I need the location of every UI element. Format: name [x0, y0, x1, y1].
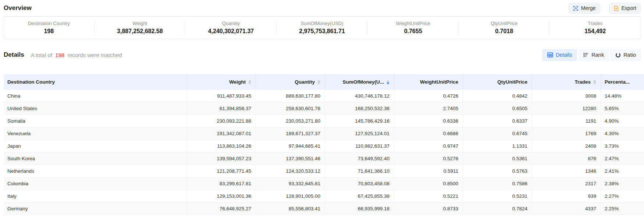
- tab-rank[interactable]: Rank: [578, 49, 609, 61]
- cell-qty-unit-price: 0.7586: [463, 178, 532, 190]
- table-row[interactable]: Somalia 230,093,221.88 230,053,271.80 14…: [4, 115, 644, 127]
- stat-value: 154,492: [584, 28, 606, 35]
- column-header-quantity[interactable]: Quantity: [256, 74, 325, 90]
- cell-percentage: 2.41%: [601, 165, 644, 177]
- stat-trades: Trades 154,492: [549, 17, 641, 39]
- column-label: Percenta...: [605, 79, 630, 85]
- tab-details[interactable]: Details: [542, 49, 577, 61]
- cell-sum-of-money: 70,803,458.08: [325, 178, 394, 190]
- cell-sum-of-money: 71,641,366.10: [325, 165, 394, 177]
- export-button[interactable]: Export: [609, 3, 641, 14]
- column-header-trades[interactable]: Trades: [532, 74, 601, 90]
- topbar: Overview Merge Export: [0, 0, 644, 16]
- cell-weight-unit-price: 0.5276: [394, 152, 463, 165]
- cell-qty-unit-price: 0.6745: [463, 127, 532, 140]
- cell-trades: 4337: [532, 203, 601, 215]
- stat-label: Destination Country: [28, 21, 70, 26]
- table-row[interactable]: Venezuela 191,342,087.01 189,671,327.37 …: [4, 127, 644, 140]
- stat-value: 198: [44, 28, 54, 35]
- stat-weight: Weight 3,887,252,682.58: [95, 17, 186, 39]
- cell-qty-unit-price: 0.5361: [463, 152, 532, 165]
- table-row[interactable]: China 911,487,933.45 889,630,177.80 430,…: [4, 90, 644, 102]
- table-row[interactable]: Netherlands 121,208,771.45 124,320,533.1…: [4, 165, 644, 178]
- stat-label: Trades: [588, 21, 602, 26]
- stat-value: 4,240,302,071.37: [208, 28, 254, 35]
- column-label: Weight: [229, 79, 246, 85]
- column-label: QtyUnitPrice: [497, 79, 527, 85]
- sort-icon[interactable]: [593, 80, 596, 84]
- table-body: China 911,487,933.45 889,630,177.80 430,…: [4, 90, 644, 215]
- cell-destination-country: Japan: [4, 140, 187, 152]
- export-button-label: Export: [622, 5, 636, 11]
- cell-sum-of-money: 110,982,631.37: [325, 140, 394, 152]
- cell-percentage: 4.30%: [601, 127, 644, 140]
- cell-trades: 1346: [532, 165, 601, 177]
- column-label: WeightUnitPrice: [420, 79, 458, 85]
- merge-icon: [573, 6, 579, 11]
- merge-button[interactable]: Merge: [568, 3, 601, 14]
- record-count: 198: [55, 52, 64, 58]
- tab-ratio[interactable]: Ratio: [610, 49, 641, 61]
- tab-ratio-label: Ratio: [623, 52, 636, 58]
- tab-rank-label: Rank: [591, 52, 604, 58]
- cell-weight: 139,594,057.23: [187, 152, 256, 165]
- export-icon: [613, 6, 619, 11]
- table-row[interactable]: South Korea 139,594,057.23 137,390,551.4…: [4, 152, 644, 165]
- table-icon: [547, 52, 553, 57]
- cell-weight-unit-price: 0.6336: [394, 115, 463, 127]
- cell-trades: 876: [532, 152, 601, 165]
- cell-quantity: 230,053,271.80: [256, 115, 325, 127]
- table-row[interactable]: Japan 113,863,104.26 97,944,685.41 110,9…: [4, 140, 644, 152]
- cell-trades: 3008: [532, 90, 601, 102]
- stat-value: 3,887,252,682.58: [117, 28, 163, 35]
- cell-destination-country: Netherlands: [4, 165, 187, 177]
- cell-quantity: 137,390,551.46: [256, 152, 325, 165]
- table-row[interactable]: Germany 76,648,925.27 85,556,803.41 66,9…: [4, 203, 644, 215]
- cell-weight: 129,153,001.36: [187, 190, 256, 202]
- cell-weight: 113,863,104.26: [187, 140, 256, 152]
- stat-value: 0.7655: [404, 28, 422, 35]
- cell-trades: 939: [532, 190, 601, 202]
- cell-qty-unit-price: 0.5763: [463, 165, 532, 177]
- rank-icon: [583, 52, 589, 57]
- stat-label: Weight: [132, 21, 147, 26]
- cell-trades: 2408: [532, 140, 601, 152]
- cell-trades: 1191: [532, 115, 601, 127]
- cell-destination-country: Italy: [4, 190, 187, 202]
- cell-destination-country: South Korea: [4, 152, 187, 165]
- page-title: Overview: [4, 4, 32, 12]
- table-row[interactable]: Colombia 83,299,617.81 93,332,645.81 70,…: [4, 178, 644, 190]
- pie-icon: [615, 52, 621, 58]
- view-switch: Details Rank Ratio: [542, 49, 641, 61]
- sort-icon[interactable]: [248, 80, 251, 84]
- cell-quantity: 85,556,803.41: [256, 203, 325, 215]
- records-summary: A total of198records were matched: [31, 52, 122, 58]
- cell-trades: 2317: [532, 178, 601, 190]
- column-header-qty-unit-price: QtyUnitPrice: [463, 74, 532, 90]
- stat-sum-of-money: SumOfMoney(USD) 2,975,753,861.71: [277, 17, 368, 39]
- column-header-percentage: Percenta...: [601, 74, 644, 90]
- cell-weight-unit-price: 0.5221: [394, 190, 463, 202]
- sort-icon-active-desc[interactable]: [387, 80, 389, 84]
- cell-weight: 76,648,925.27: [187, 203, 256, 215]
- topbar-actions: Merge Export: [568, 3, 641, 14]
- cell-sum-of-money: 127,925,124.01: [325, 127, 394, 140]
- cell-destination-country: China: [4, 90, 187, 102]
- cell-weight-unit-price: 0.9747: [394, 140, 463, 152]
- column-header-sum-of-money[interactable]: SumOfMoney(U...: [325, 74, 394, 90]
- sort-icon[interactable]: [317, 80, 320, 84]
- cell-quantity: 889,630,177.80: [256, 90, 325, 102]
- cell-percentage: 2.47%: [601, 152, 644, 165]
- column-header-weight[interactable]: Weight: [187, 74, 256, 90]
- cell-quantity: 124,320,533.12: [256, 165, 325, 177]
- merge-button-label: Merge: [581, 5, 596, 11]
- cell-weight-unit-price: 0.8500: [394, 178, 463, 190]
- summary-prefix: A total of: [31, 52, 52, 58]
- cell-destination-country: Colombia: [4, 178, 187, 190]
- table-row[interactable]: United States 61,394,856.37 258,630,601.…: [4, 102, 644, 115]
- cell-sum-of-money: 430,746,178.12: [325, 90, 394, 102]
- table-row[interactable]: Italy 129,153,001.36 128,901,005.00 67,4…: [4, 190, 644, 203]
- tab-details-label: Details: [556, 52, 572, 58]
- cell-weight: 83,299,617.81: [187, 178, 256, 190]
- cell-weight: 911,487,933.45: [187, 90, 256, 102]
